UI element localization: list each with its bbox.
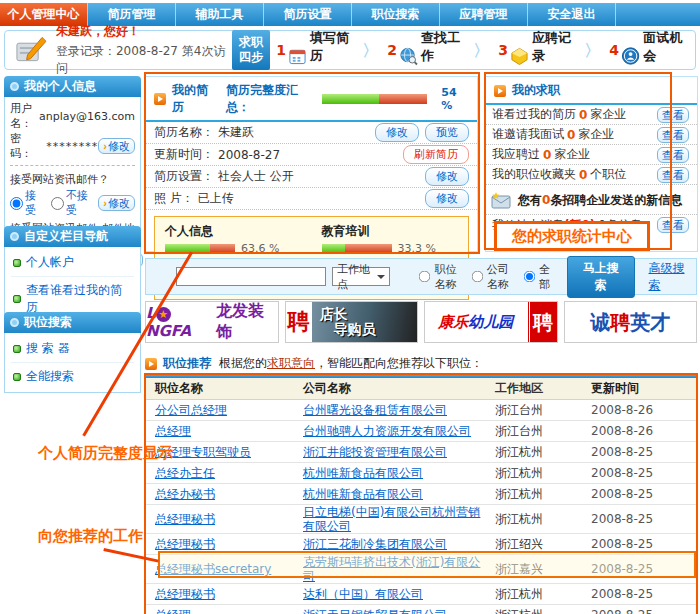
newsletter-question: 接受网站资讯邮件？ [10,170,135,188]
sidebar-item-search-tool[interactable]: 搜 索 器 [11,335,134,363]
view-who-viewed-button[interactable]: 查看 [657,107,689,123]
new-messages-notice: 您有0条招聘企业发送的新信息 [486,185,697,215]
company-link[interactable]: 日立电梯(中国)有限公司杭州营销有限公司 [303,505,489,533]
advanced-search-link[interactable]: 高级搜索 [649,260,686,294]
job-title-link[interactable]: 总经理 [155,608,191,614]
banner-kindergarten[interactable]: 康乐幼儿园 聘 [424,301,558,343]
job-title-link[interactable]: 总经理 [155,424,191,438]
job-row: 总经办主任 杭州唯新食品有限公司 浙江杭州 2008-8-25 [145,463,697,484]
modify-password-button[interactable]: ›修改 [98,138,135,154]
section-education: 教育培训 33.3 % [322,223,459,255]
step-fill-resume[interactable]: 1 填写简历 〉 [270,29,381,72]
nav-tab-logout[interactable]: 安全退出 [528,3,616,26]
chevron-icon: 〉 [362,41,378,62]
search-scope-radios: 职位名称 公司名称 全部 [412,262,553,292]
company-link[interactable]: 克劳斯玛菲挤出技术(浙江)有限公司 [303,555,489,583]
view-invites-button[interactable]: 查看 [657,127,689,143]
scope-all-radio[interactable] [524,271,536,283]
panel-circle-icon [10,318,19,327]
job-title-link[interactable]: 总经理秘书 [155,537,215,551]
step-application-record[interactable]: 3 应聘记录 〉 [492,29,603,72]
green-bullet-icon [13,373,21,381]
sidebar-item-almighty-search[interactable]: 全能搜索 [11,363,134,390]
keyword-input[interactable] [176,267,326,286]
search-now-button[interactable]: 马上搜索 [567,256,634,298]
refresh-resume-button[interactable]: 刷新简历 [403,145,469,164]
scope-company-radio[interactable] [471,271,483,283]
resume-setting-row: 简历设置：社会人士 公开 修改 [146,166,477,188]
jobs-recommend-header: 职位推荐 根据您的求职意向，智能匹配向您推荐以下职位： [145,355,697,372]
banner-longfa[interactable]: L★NGFA 龙发装饰 [145,301,279,343]
orange-arrow-icon [154,93,166,105]
sidebar-job-search-panel: 职位搜索 搜 索 器 全能搜索 [4,312,141,393]
banner-store-manager[interactable]: 聘 店长导购员 [285,301,419,343]
sidebar-item-personal-account[interactable]: 个人帐户 [11,249,134,277]
banner-ads: L★NGFA 龙发装饰 聘 店长导购员 康乐幼儿园 聘 诚聘英才 [145,301,697,343]
completeness-value: 54 % [441,86,469,112]
job-row: 总经办秘书 杭州唯新食品有限公司 浙江杭州 2008-8-25 [145,484,697,505]
modify-newsletter-button[interactable]: ›修改 [98,195,135,211]
modify-photo-button[interactable]: 修改 [425,189,469,208]
step-find-job[interactable]: 2 查找工作 〉 [381,29,492,72]
job-title-link[interactable]: 总经办主任 [155,466,215,480]
decline-radio[interactable] [51,197,64,210]
banner-recruit-talent[interactable]: 诚聘英才 [564,301,698,343]
record-cube-icon [510,46,529,66]
job-title-link[interactable]: 总经理秘书 [155,512,215,526]
accept-radio[interactable] [10,197,23,210]
step-interview-chance[interactable]: 4 面试机会 [603,29,695,72]
company-link[interactable]: 浙江井能投资管理有限公司 [303,445,447,459]
company-link[interactable]: 达利（中国）有限公司 [303,587,423,601]
job-row: 总经理 台州驰骋人力资源开发有限公司 浙江台州 2008-8-26 [145,421,697,442]
job-search-bar: 工作地点 职位名称 公司名称 全部 马上搜索 高级搜索 [145,258,697,295]
job-title-link[interactable]: 总经办秘书 [155,487,215,501]
company-link[interactable]: 杭州唯新食品有限公司 [303,487,423,501]
chevron-down-icon [377,275,385,279]
modify-setting-button[interactable]: 修改 [425,167,469,186]
nav-tab-application-management[interactable]: 应聘管理 [440,3,528,26]
newsletter-choice-row: 接受 不接受 ›修改 [10,188,135,218]
section-personal-info: 个人信息 63.6 % [165,223,302,255]
password-row: 密 码：******** ›修改 [10,131,135,161]
stat-favorites: 我的职位收藏夹0个职位 查看 [486,165,697,185]
job-title-link[interactable]: 总经理专职驾驶员 [155,445,251,459]
location-select[interactable]: 工作地点 [332,267,390,286]
scope-job-radio[interactable] [419,271,431,283]
company-link[interactable]: 浙江天目钢铁贸易有限公司 [303,608,447,614]
username-row: 用户名：anplay@163.com [10,101,135,131]
four-steps-label: 求职四步 [232,30,271,70]
notepad-pencil-icon [15,35,48,65]
interview-person-icon [621,46,640,66]
resume-photo-row: 照 片：已上传 修改 [146,188,477,210]
job-row: 总经理秘书 浙江三花制冷集团有限公司 浙江绍兴 2008-8-25 [145,534,697,555]
stat-interview-invites: 谁邀请我面试0家企业 查看 [486,125,697,145]
globe-search-icon [399,46,418,66]
inbox-row: 我的站内消息(新0) 0条信息 查看 [486,215,697,235]
welcome-bar: 朱建跃，您好！ 登录记录：2008-8-27 第4次访问 求职四步 1 填写简历… [4,30,696,70]
divider [10,165,135,166]
my-job-hunting-panel: 我的求职 谁看过我的简历0家企业 查看 谁邀请我面试0家企业 查看 我应聘过0家… [485,76,698,252]
company-link[interactable]: 杭州唯新食品有限公司 [303,466,423,480]
job-title-link[interactable]: 分公司总经理 [155,403,227,417]
jobs-table-header: 职位名称 公司名称 工作地区 更新时间 [145,378,697,400]
company-link[interactable]: 台州驰骋人力资源开发有限公司 [303,424,471,438]
job-title-link[interactable]: 总经理秘书secretary [155,562,271,576]
view-favorites-button[interactable]: 查看 [657,167,689,183]
company-link[interactable]: 台州曙光设备租赁有限公司 [303,403,447,417]
nav-tab-job-search[interactable]: 职位搜索 [352,3,440,26]
view-inbox-button[interactable]: 查看 [657,217,689,233]
my-resume-panel: 我的简历 简历完整度汇总： 54 % 简历名称：朱建跃 修改 预览 更新时间：2… [145,76,478,252]
company-link[interactable]: 浙江三花制冷集团有限公司 [303,537,447,551]
job-hunting-panel-title: 我的求职 [512,82,560,99]
view-applied-button[interactable]: 查看 [657,147,689,163]
jobs-table: 职位名称 公司名称 工作地区 更新时间 分公司总经理 台州曙光设备租赁有限公司 … [145,374,697,614]
calendar-icon [288,46,307,66]
resume-updated-row: 更新时间：2008-8-27 刷新简历 [146,144,477,166]
job-title-link[interactable]: 总经理秘书 [155,587,215,601]
chevron-icon: 〉 [584,41,600,62]
modify-resume-button[interactable]: 修改 [375,123,419,142]
preview-resume-button[interactable]: 预览 [425,123,469,142]
job-intention-link[interactable]: 求职意向 [267,356,315,370]
nav-tab-resume-settings[interactable]: 简历设置 [264,3,352,26]
star-icon: ★ [156,307,171,322]
